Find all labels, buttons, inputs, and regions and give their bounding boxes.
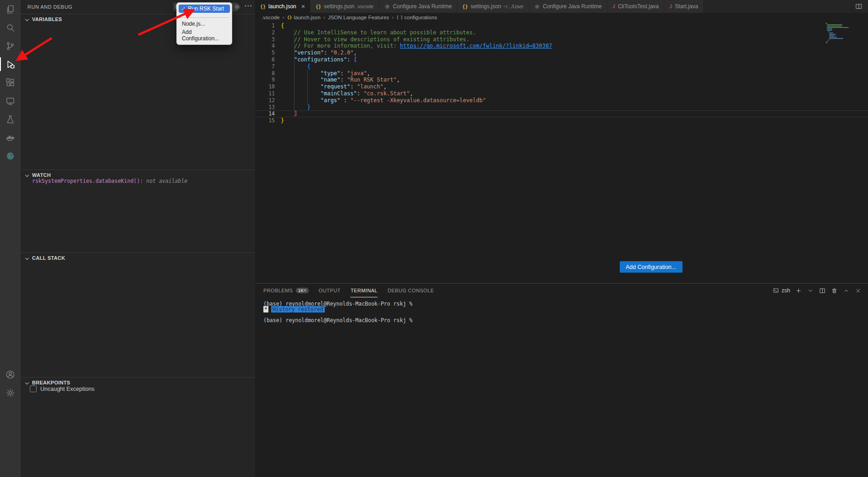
terminal-line: (base) reynoldmorel@Reynolds-MacBook-Pro… (263, 301, 868, 307)
line-number: 5 (255, 49, 275, 56)
tab-detail: ~/.../User (503, 4, 524, 9)
code-line-4[interactable]: 4 // For more information, visit: https:… (255, 43, 868, 49)
menu-item-run-rsk-start[interactable]: ✓ Run RSK Start (179, 5, 230, 13)
json-icon: {} (316, 4, 321, 9)
code-line-12[interactable]: 12 "args" : "--regtest -Xkeyvalue.dataso… (255, 97, 868, 104)
chevron-up-icon[interactable] (843, 287, 850, 294)
terminal-icon (773, 287, 779, 294)
code-line-15[interactable]: 15} (255, 117, 868, 124)
terminal-action-icons (795, 287, 862, 294)
activity-item-gradle[interactable] (0, 147, 21, 165)
tab-start-java[interactable]: JStart.java (664, 0, 704, 13)
tab-settings-json[interactable]: {}settings.json.vscode (311, 0, 379, 13)
trash-icon[interactable] (831, 287, 838, 294)
vscode-window: RUN AND DEBUG D ⋯ VARIABLES WATCH rskSys… (0, 0, 868, 477)
line-number: 14 (255, 110, 275, 117)
activity-bar-top (0, 0, 21, 165)
watch-expression-row[interactable]: rskSystemProperties.databaseKind(): not … (32, 178, 187, 184)
debug-config-dropdown-menu: ✓ Run RSK Start Node.js...Add Configurat… (176, 2, 232, 45)
code-editor[interactable]: 1{2 // Use IntelliSense to learn about p… (255, 22, 868, 283)
activity-item-source-control[interactable] (0, 37, 21, 55)
line-number: 3 (255, 36, 275, 43)
code-line-2[interactable]: 2 // Use IntelliSense to learn about pos… (255, 29, 868, 36)
tab-bar-actions (704, 0, 868, 13)
remote-explorer-icon (5, 96, 16, 106)
code-line-14[interactable]: 14 ] (255, 110, 868, 117)
terminal-line: *History restored (263, 307, 868, 312)
code-line-10[interactable]: 10 "request": "launch", (255, 83, 868, 90)
indent-guide (294, 29, 295, 117)
close-tab-icon[interactable]: × (301, 3, 305, 10)
line-number: 12 (255, 97, 275, 104)
line-number: 7 (255, 63, 275, 70)
panel-tab-bar: PROBLEMS1K+OUTPUTTERMINALDEBUG CONSOLE z… (255, 284, 868, 297)
split-terminal-icon[interactable] (819, 287, 826, 294)
code-line-7[interactable]: 7 { (255, 63, 868, 70)
plus-icon[interactable] (795, 287, 802, 294)
activity-item-explorer[interactable] (0, 0, 21, 18)
activity-item-remote-explorer[interactable] (0, 92, 21, 110)
java-icon: J (612, 4, 615, 9)
extensions-icon (5, 77, 16, 88)
tab-configure-java-runtime[interactable]: Configure Java Runtime (379, 0, 458, 13)
code-lines: 1{2 // Use IntelliSense to learn about p… (255, 22, 868, 124)
menu-items: Node.js...Add Configuration... (179, 20, 230, 43)
tab-settings-json[interactable]: {}settings.json~/.../User (457, 0, 529, 13)
uncaught-exceptions-checkbox[interactable] (30, 385, 37, 392)
activity-item-extensions[interactable] (0, 73, 21, 92)
activity-item-settings-gear[interactable] (0, 384, 21, 402)
docker-icon (5, 132, 16, 143)
code-line-6[interactable]: 6 "configurations": [ (255, 56, 868, 63)
tab-label: launch.json (268, 3, 296, 10)
line-number: 1 (255, 22, 275, 29)
code-line-1[interactable]: 1{ (255, 22, 868, 29)
add-configuration-button[interactable]: Add Configuration... (620, 261, 682, 273)
menu-item-node-js[interactable]: Node.js... (179, 20, 230, 28)
menu-item-add-configuration[interactable]: Add Configuration... (179, 28, 230, 43)
close-icon[interactable] (855, 287, 862, 294)
run-and-debug-icon (5, 59, 16, 70)
panel-tab-output[interactable]: OUTPUT (319, 284, 341, 297)
chevron-down-icon[interactable] (807, 287, 814, 294)
activity-item-run-and-debug[interactable] (0, 55, 21, 73)
launch-settings-gear-icon[interactable] (234, 3, 241, 12)
code-line-5[interactable]: 5 "version": "0.2.0", (255, 49, 868, 56)
chevron-down-icon (25, 256, 29, 259)
code-line-11[interactable]: 11 "mainClass": "co.rsk.Start", (255, 90, 868, 97)
gradle-icon (5, 151, 16, 161)
tab-label: Start.java (675, 3, 698, 10)
terminal-output[interactable]: (base) reynoldmorel@Reynolds-MacBook-Pro… (255, 297, 868, 323)
split-editor-icon[interactable] (855, 3, 863, 10)
terminal-shell-selector[interactable]: zsh (773, 287, 790, 294)
more-actions-icon[interactable]: ⋯ (244, 1, 252, 11)
tab-launch-json[interactable]: {}launch.json× (255, 0, 311, 13)
activity-item-testing[interactable] (0, 110, 21, 128)
terminal-actions: zsh (773, 284, 862, 297)
code-line-8[interactable]: 8 "type": "java", (255, 70, 868, 77)
panel-tab-terminal[interactable]: TERMINAL (350, 284, 377, 297)
tab-configure-java-runtime[interactable]: Configure Java Runtime (529, 0, 607, 13)
json-icon: {} (462, 4, 468, 9)
code-line-3[interactable]: 3 // Hover to view descriptions of exist… (255, 36, 868, 43)
activity-item-account[interactable] (0, 365, 21, 384)
editor-tabs: {}launch.json×{}settings.json.vscodeConf… (255, 0, 704, 13)
breadcrumb-item-launch-json[interactable]: {}launch.json (287, 15, 321, 20)
breadcrumb-item-json-language-features[interactable]: JSON Language Features (328, 15, 389, 20)
code-line-13[interactable]: 13 } (255, 104, 868, 111)
line-number: 6 (255, 56, 275, 63)
checkmark-icon: ✓ (181, 6, 186, 12)
editor-tab-bar: {}launch.json×{}settings.json.vscodeConf… (255, 0, 868, 13)
line-number: 10 (255, 83, 275, 90)
breadcrumb-item--vscode[interactable]: .vscode (262, 15, 280, 20)
activity-item-search[interactable] (0, 18, 21, 37)
call-stack-section-header[interactable]: CALL STACK (21, 252, 255, 263)
code-line-9[interactable]: 9 "name": "Run RSK Start", (255, 77, 868, 83)
breadcrumb-item-configurations[interactable]: [ ]configurations (396, 15, 437, 20)
activity-item-docker[interactable] (0, 128, 21, 147)
panel-tab-debug-console[interactable]: DEBUG CONSOLE (388, 284, 434, 297)
tab-label: Configure Java Runtime (543, 3, 602, 10)
tab-clitoolstest-java[interactable]: JCliToolsTest.java (607, 0, 665, 13)
panel-tab-problems[interactable]: PROBLEMS1K+ (263, 284, 309, 297)
line-number: 8 (255, 70, 275, 77)
minimap[interactable] (826, 23, 854, 44)
